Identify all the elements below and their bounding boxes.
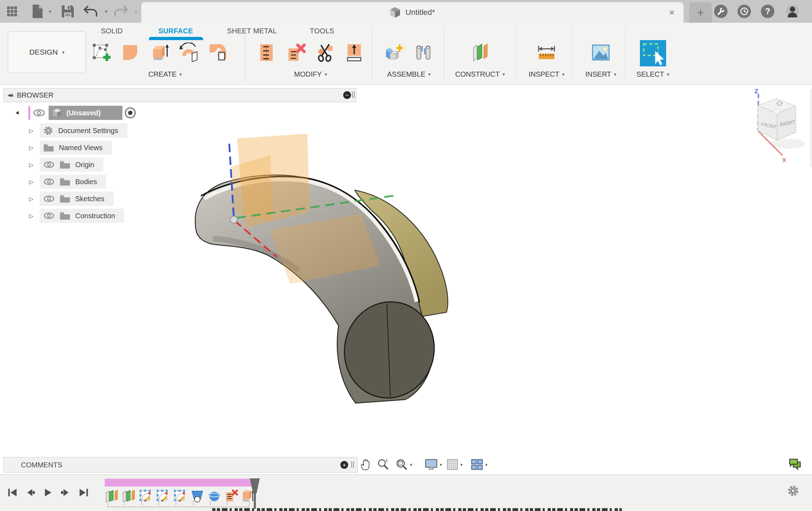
patch-button[interactable] <box>120 39 142 66</box>
browser-row-construction[interactable]: ▷ Construction <box>0 207 124 224</box>
workspace-selector[interactable]: DESIGN ▾ <box>8 31 86 73</box>
chevron-down-icon: ▾ <box>325 72 327 77</box>
canvas-button[interactable] <box>590 39 612 66</box>
stitch-button[interactable] <box>256 39 278 66</box>
construction-plane-button[interactable] <box>469 39 491 66</box>
visibility-eye-icon[interactable] <box>33 109 45 117</box>
help-button[interactable]: ? <box>761 5 774 18</box>
activate-radio-button[interactable] <box>125 107 136 119</box>
construct-dropdown[interactable]: CONSTRUCT ▾ <box>451 70 509 78</box>
collapse-panel-icon[interactable]: ◀◀ <box>7 93 12 98</box>
redo-button[interactable] <box>113 0 129 23</box>
timeline-bar <box>0 474 812 511</box>
step-forward-icon <box>60 487 71 498</box>
new-tab-button[interactable]: + <box>689 2 712 23</box>
tab-tools[interactable]: TOOLS <box>302 23 342 39</box>
zoom-window-button[interactable]: ▾ <box>395 457 412 472</box>
modify-dropdown[interactable]: MODIFY ▾ <box>248 70 373 78</box>
timeline-playhead[interactable] <box>249 478 260 510</box>
origin-point[interactable] <box>230 216 237 223</box>
redo-caret[interactable]: ▾ <box>132 0 140 23</box>
browser-resize-grip[interactable] <box>352 92 355 98</box>
assemble-dropdown[interactable]: ASSEMBLE ▾ <box>377 70 441 78</box>
viewports-button[interactable]: ▾ <box>471 457 488 472</box>
display-settings-button[interactable]: ▾ <box>424 457 442 472</box>
timeline-step-back-button[interactable] <box>23 485 38 500</box>
timeline-play-button[interactable] <box>40 485 55 500</box>
joint-button[interactable] <box>412 39 434 66</box>
folder-icon <box>60 211 70 220</box>
visibility-eye-icon[interactable] <box>43 161 55 168</box>
sweep-icon <box>208 43 228 62</box>
create-dropdown[interactable]: CREATE ▾ <box>90 70 240 78</box>
browser-row-named-views[interactable]: ▷ Named Views <box>0 139 112 156</box>
revolve-button[interactable] <box>178 39 200 66</box>
browser-row-origin[interactable]: ▷ Origin <box>0 156 103 173</box>
timeline-settings-button[interactable] <box>787 485 799 497</box>
undo-caret[interactable]: ▾ <box>102 0 110 23</box>
timeline-step-forward-button[interactable] <box>58 485 72 500</box>
comments-options-button[interactable]: + <box>340 461 348 469</box>
patch-icon <box>121 43 141 62</box>
visibility-eye-icon[interactable] <box>43 178 55 185</box>
expand-triangle-icon[interactable]: ▾ <box>12 108 23 118</box>
browser-root-row[interactable]: ▾ (Unsaved) <box>0 104 136 121</box>
root-component[interactable]: (Unsaved) <box>49 106 122 120</box>
extrude-button[interactable] <box>149 39 171 66</box>
grid-snap-button[interactable]: ▾ <box>446 457 463 472</box>
new-component-button[interactable] <box>383 39 405 66</box>
job-status-button[interactable] <box>714 5 728 18</box>
measure-button[interactable] <box>536 39 558 66</box>
expand-triangle-icon[interactable]: ▷ <box>28 178 35 185</box>
selection-bar <box>28 106 30 120</box>
user-avatar[interactable] <box>785 4 800 19</box>
expand-triangle-icon[interactable]: ▷ <box>28 213 35 219</box>
insert-dropdown[interactable]: INSERT ▾ <box>578 70 624 78</box>
inspect-dropdown[interactable]: INSPECT ▾ <box>523 70 570 78</box>
grid-icon <box>446 458 459 471</box>
document-tab[interactable]: Untitled* × <box>141 2 684 23</box>
save-button[interactable] <box>60 0 76 23</box>
expand-triangle-icon[interactable]: ▷ <box>28 161 35 168</box>
component-cube-icon <box>53 108 61 117</box>
select-dropdown[interactable]: SELECT ▾ <box>629 70 677 78</box>
file-menu-caret[interactable]: ▾ <box>46 0 54 23</box>
viewports-icon <box>471 458 483 471</box>
origin-plane-yz[interactable] <box>231 155 272 221</box>
notification-center-button[interactable] <box>737 5 751 18</box>
tab-sheet-metal[interactable]: SHEET METAL <box>218 23 286 39</box>
sweep-button[interactable] <box>207 39 229 66</box>
browser-row-sketches[interactable]: ▷ Sketches <box>0 190 114 207</box>
comments-panel[interactable]: COMMENTS + <box>4 457 358 473</box>
undo-button[interactable] <box>82 0 99 23</box>
tab-solid[interactable]: SOLID <box>94 23 130 39</box>
file-menu-button[interactable] <box>29 0 45 23</box>
browser-options-button[interactable]: − <box>343 91 351 99</box>
group-separator <box>571 28 572 81</box>
group-separator <box>245 28 245 81</box>
tab-surface[interactable]: SURFACE <box>149 23 202 39</box>
pan-button[interactable] <box>360 457 372 472</box>
close-tab-button[interactable]: × <box>666 6 678 18</box>
timeline-go-to-end-button[interactable] <box>77 485 91 500</box>
unstitch-button[interactable] <box>285 39 307 66</box>
extrude-icon <box>150 43 170 62</box>
browser-header[interactable]: ◀◀ BROWSER − <box>4 88 356 102</box>
visibility-eye-icon[interactable] <box>43 195 55 202</box>
expand-triangle-icon[interactable]: ▷ <box>28 196 35 202</box>
expand-triangle-icon[interactable]: ▷ <box>28 144 35 151</box>
create-sketch-button[interactable] <box>90 39 113 66</box>
visibility-eye-icon[interactable] <box>43 212 55 219</box>
comments-resize-grip[interactable] <box>351 461 354 468</box>
app-grid-icon[interactable] <box>5 0 19 23</box>
expand-triangle-icon[interactable]: ▷ <box>28 127 35 134</box>
zoom-button[interactable]: ± <box>377 457 390 472</box>
trim-button[interactable] <box>314 39 336 66</box>
viewcube[interactable]: FRONT RIGHT Z X <box>745 87 812 169</box>
browser-row-bodies[interactable]: ▷ Bodies <box>0 173 106 190</box>
extend-button[interactable] <box>343 39 365 66</box>
timeline-go-to-start-button[interactable] <box>5 485 20 500</box>
feedback-button[interactable] <box>789 457 801 472</box>
select-button[interactable] <box>640 39 666 67</box>
browser-row-document-settings[interactable]: ▷ Document Settings <box>0 122 127 139</box>
